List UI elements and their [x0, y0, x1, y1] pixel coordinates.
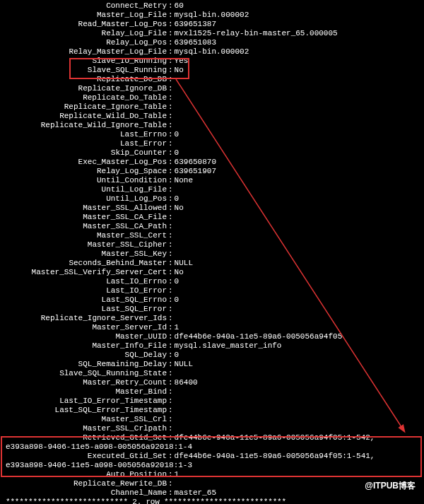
- status-row: Skip_Counter:0: [3, 148, 421, 158]
- status-value: 639651083: [175, 38, 216, 47]
- status-label: Relay_Log_Space: [3, 167, 167, 176]
- status-label: Replicate_Ignore_Table: [3, 102, 167, 112]
- status-label: Master_SSL_CA_File: [3, 213, 167, 222]
- status-row: Replicate_Ignore_Table:: [3, 102, 421, 112]
- status-row-wrap: e393a898-9406-11e5-a098-005056a92018:1-4: [3, 443, 421, 452]
- status-row: Replicate_Do_DB:: [3, 75, 421, 84]
- status-row: Master_SSL_Cipher:: [3, 240, 421, 250]
- status-value: 0: [175, 351, 179, 360]
- status-label: Master_Retry_Count: [3, 378, 167, 387]
- status-label: Last_IO_Error: [3, 286, 167, 295]
- status-row: Replicate_Rewrite_DB:: [3, 479, 421, 488]
- status-label: Master_Log_File: [3, 11, 167, 20]
- status-row: Slave_SQL_Running_State:: [3, 369, 421, 378]
- row-separator-line: *************************** 2. row *****…: [3, 498, 421, 504]
- status-value: No: [175, 66, 184, 75]
- status-label: Until_Log_File: [3, 185, 167, 194]
- status-row: Last_Error:: [3, 139, 421, 148]
- status-row: Until_Condition:None: [3, 176, 421, 185]
- status-label: Replicate_Ignore_DB: [3, 84, 167, 93]
- status-row: Auto_Position:1: [3, 470, 421, 479]
- status-row: Replicate_Wild_Ignore_Table:: [3, 121, 421, 130]
- status-label: Last_Errno: [3, 130, 167, 139]
- status-label: Skip_Counter: [3, 148, 167, 158]
- status-row: Replicate_Do_Table:: [3, 93, 421, 102]
- status-row: Master_SSL_CA_Path:: [3, 222, 421, 231]
- status-row: Master_SSL_Verify_Server_Cert:No: [3, 268, 421, 277]
- status-label: Last_SQL_Errno: [3, 295, 167, 305]
- status-label: Master_Info_File: [3, 341, 167, 351]
- status-label: Read_Master_Log_Pos: [3, 20, 167, 29]
- status-label: SQL_Remaining_Delay: [3, 360, 167, 369]
- status-row: Master_SSL_Key:: [3, 250, 421, 259]
- status-label: Until_Log_Pos: [3, 194, 167, 204]
- status-row: Last_IO_Error_Timestamp:: [3, 397, 421, 406]
- status-label: Master_SSL_Cert: [3, 231, 167, 240]
- status-value: 0: [175, 295, 179, 305]
- status-value-wrap: e393a898-9406-11e5-a098-005056a92018:1-3: [3, 461, 192, 470]
- status-label: Master_SSL_Verify_Server_Cert: [3, 268, 167, 277]
- status-row: Master_SSL_Cert:: [3, 231, 421, 240]
- status-row: Relay_Log_Pos:639651083: [3, 38, 421, 47]
- status-value: 60: [175, 1, 184, 11]
- status-row: Read_Master_Log_Pos:639651387: [3, 20, 421, 29]
- status-value: 1: [175, 470, 179, 479]
- status-value: None: [175, 176, 193, 185]
- status-row: Last_SQL_Error:: [3, 305, 421, 314]
- status-label: Master_SSL_Allowed: [3, 204, 167, 213]
- status-value: 639650870: [175, 158, 216, 167]
- status-row: Last_IO_Errno:0: [3, 277, 421, 286]
- status-row: SQL_Delay:0: [3, 351, 421, 360]
- status-label: Replicate_Do_Table: [3, 93, 167, 102]
- status-label: Auto_Position: [3, 470, 167, 479]
- status-row: Master_SSL_Allowed:No: [3, 204, 421, 213]
- status-row: Slave_IO_Running:Yes: [3, 57, 421, 66]
- status-value: 0: [175, 130, 179, 139]
- status-value: 639651907: [175, 167, 216, 176]
- status-value: 639651387: [175, 20, 216, 29]
- status-label: Master_Server_Id: [3, 323, 167, 332]
- status-value: dfe44b6e-940a-11e5-89a6-005056a94f05:1-5…: [175, 452, 375, 461]
- status-label: Slave_SQL_Running_State: [3, 369, 167, 378]
- status-value-wrap: e393a898-9406-11e5-a098-005056a92018:1-4: [3, 443, 192, 452]
- status-value: NULL: [175, 360, 193, 369]
- status-label: Replicate_Do_DB: [3, 75, 167, 84]
- status-value: 1: [175, 323, 179, 332]
- status-label: Slave_SQL_Running: [3, 66, 167, 75]
- status-value: Yes: [175, 57, 189, 66]
- status-row: Last_IO_Error:: [3, 286, 421, 295]
- status-label: Master_SSL_Crl: [3, 415, 167, 424]
- status-label: Master_SSL_CA_Path: [3, 222, 167, 231]
- status-row: Retrieved_Gtid_Set:dfe44b6e-940a-11e5-89…: [3, 433, 421, 443]
- status-label: Last_Error: [3, 139, 167, 148]
- status-row: Replicate_Ignore_DB:: [3, 84, 421, 93]
- status-row: Replicate_Wild_Do_Table:: [3, 112, 421, 121]
- status-label: Last_IO_Errno: [3, 277, 167, 286]
- status-label: Connect_Retry: [3, 1, 167, 11]
- status-row-wrap: e393a898-9406-11e5-a098-005056a92018:1-3: [3, 461, 421, 470]
- status-label: Master_SSL_Crlpath: [3, 424, 167, 433]
- status-value: 86400: [175, 378, 198, 387]
- status-label: Slave_IO_Running: [3, 57, 167, 66]
- status-row: Relay_Master_Log_File:mysql-bin.000002: [3, 47, 421, 57]
- status-row: Master_SSL_Crl:: [3, 415, 421, 424]
- status-label: Master_Bind: [3, 387, 167, 397]
- status-value: 0: [175, 194, 179, 204]
- status-row: Master_SSL_CA_File:: [3, 213, 421, 222]
- status-row: Until_Log_File:: [3, 185, 421, 194]
- status-label: Relay_Log_Pos: [3, 38, 167, 47]
- status-row: Relay_Log_Space:639651907: [3, 167, 421, 176]
- status-row: Master_Info_File:mysql.slave_master_info: [3, 341, 421, 351]
- status-row: Last_SQL_Error_Timestamp:: [3, 406, 421, 415]
- status-value: mvxl1525-relay-bin-master_65.000005: [175, 29, 338, 38]
- status-row: Exec_Master_Log_Pos:639650870: [3, 158, 421, 167]
- status-label: Executed_Gtid_Set: [3, 452, 167, 461]
- status-label: Last_SQL_Error: [3, 305, 167, 314]
- watermark: @ITPUB博客: [360, 480, 420, 492]
- status-value: NULL: [175, 259, 193, 268]
- status-value: dfe44b6e-940a-11e5-89a6-005056a94f05:1-5…: [175, 433, 375, 443]
- status-row: Seconds_Behind_Master:NULL: [3, 259, 421, 268]
- status-label: SQL_Delay: [3, 351, 167, 360]
- status-value: mysql-bin.000002: [175, 47, 249, 57]
- status-label: Master_SSL_Key: [3, 250, 167, 259]
